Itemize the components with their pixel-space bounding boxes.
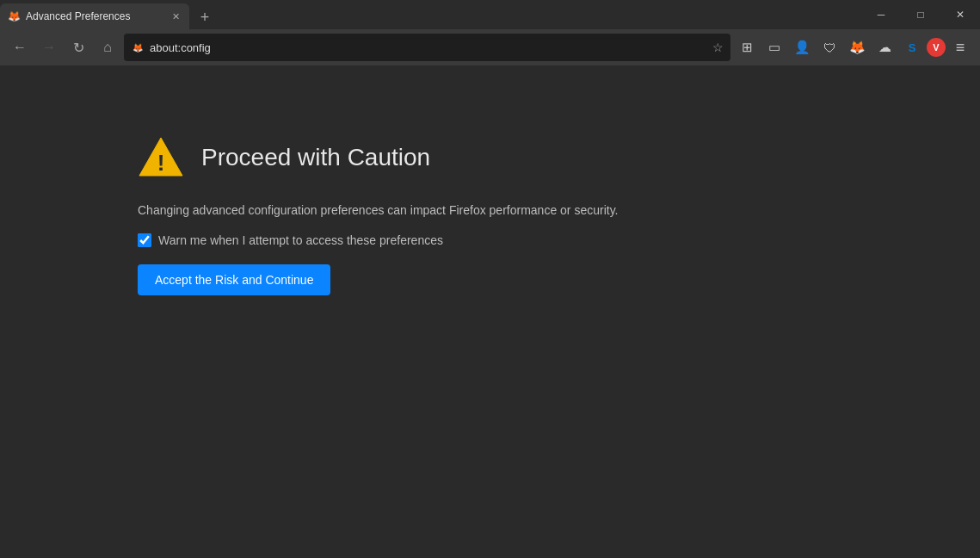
account-icon[interactable]: 👤 — [789, 34, 815, 60]
vivaldi-icon[interactable]: V — [927, 38, 946, 57]
reload-button[interactable]: ↻ — [65, 34, 91, 60]
accept-risk-button[interactable]: Accept the Risk and Continue — [138, 264, 330, 295]
title-bar: 🦊 Advanced Preferences ✕ + ─ □ ✕ — [0, 0, 980, 29]
warn-checkbox-row: Warn me when I attempt to access these p… — [138, 233, 618, 247]
privacy-fox-icon[interactable]: 🦊 — [844, 34, 870, 60]
bookmark-star-icon[interactable]: ☆ — [712, 40, 724, 54]
warning-box: ! Proceed with Caution Changing advanced… — [138, 134, 618, 295]
cloud-icon[interactable]: ☁ — [872, 34, 897, 60]
skype-icon[interactable]: S — [899, 34, 925, 60]
warn-checkbox[interactable] — [138, 233, 151, 247]
sidebar-icon[interactable]: ▭ — [761, 34, 787, 60]
content-area: ! Proceed with Caution Changing advanced… — [0, 65, 980, 558]
new-tab-button[interactable]: + — [193, 5, 217, 29]
window-controls: ─ □ ✕ — [861, 0, 980, 29]
forward-button[interactable]: → — [36, 34, 62, 60]
url-favicon-icon: 🦊 — [131, 40, 145, 54]
url-bar[interactable]: 🦊 about:config ☆ — [124, 34, 730, 61]
warn-checkbox-label: Warn me when I attempt to access these p… — [158, 233, 443, 247]
warning-title: Proceed with Caution — [201, 144, 430, 171]
tab-favicon-icon: 🦊 — [7, 9, 21, 23]
warning-description: Changing advanced configuration preferen… — [138, 202, 618, 220]
active-tab[interactable]: 🦊 Advanced Preferences ✕ — [0, 3, 189, 29]
back-button[interactable]: ← — [7, 34, 33, 60]
svg-text:!: ! — [157, 150, 165, 176]
menu-icon[interactable]: ≡ — [947, 34, 973, 60]
nav-bar: ← → ↻ ⌂ 🦊 about:config ☆ ⊞ ▭ 👤 🛡 🦊 ☁ S V… — [0, 29, 980, 65]
tab-close-button[interactable]: ✕ — [169, 9, 182, 23]
library-icon[interactable]: ⊞ — [734, 34, 760, 60]
close-button[interactable]: ✕ — [940, 0, 980, 29]
url-text: about:config — [150, 41, 707, 54]
toolbar-icons: ⊞ ▭ 👤 🛡 🦊 ☁ S V ≡ — [734, 34, 973, 60]
maximize-button[interactable]: □ — [901, 0, 940, 29]
warning-body: Changing advanced configuration preferen… — [138, 202, 618, 295]
tab-strip: 🦊 Advanced Preferences ✕ + — [0, 0, 861, 29]
warning-triangle-icon: ! — [138, 134, 184, 181]
minimize-button[interactable]: ─ — [861, 0, 901, 29]
warning-header: ! Proceed with Caution — [138, 134, 618, 181]
tab-label: Advanced Preferences — [26, 10, 163, 22]
home-button[interactable]: ⌂ — [95, 34, 120, 60]
shield-icon[interactable]: 🛡 — [817, 34, 842, 60]
